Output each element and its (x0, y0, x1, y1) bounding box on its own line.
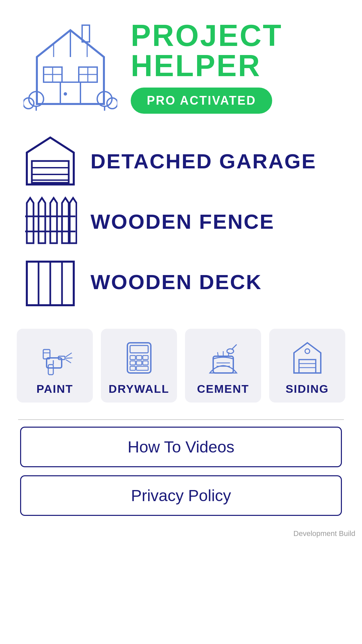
svg-rect-63 (299, 360, 316, 373)
svg-rect-52 (130, 366, 135, 370)
house-icon (23, 20, 117, 114)
drywall-label: DRYWALL (109, 382, 169, 395)
svg-rect-45 (130, 345, 148, 353)
cement-icon (205, 339, 242, 376)
svg-marker-24 (27, 198, 34, 243)
bottom-buttons: How To Videos Privacy Policy (0, 427, 362, 529)
calc-tile-drywall[interactable]: DRYWALL (101, 329, 177, 402)
header: PROJECT HELPER PRO ACTIVATED (0, 0, 362, 127)
svg-line-60 (232, 344, 237, 350)
svg-line-38 (66, 358, 72, 358)
garage-icon (23, 134, 77, 188)
project-list: DETACHED GARAGE WOODEN FENCE (0, 127, 362, 315)
paint-label: PAINT (37, 382, 73, 395)
privacy-policy-button[interactable]: Privacy Policy (20, 475, 342, 516)
drywall-icon (121, 339, 158, 376)
svg-line-39 (66, 360, 71, 363)
dev-build-label: Development Build (293, 529, 362, 538)
paint-icon (37, 339, 73, 376)
garage-label: DETACHED GARAGE (90, 149, 316, 173)
siding-icon (289, 339, 326, 376)
deck-label: WOODEN DECK (90, 270, 262, 294)
svg-marker-28 (70, 198, 76, 243)
divider (18, 419, 344, 420)
svg-rect-53 (136, 366, 148, 370)
calc-tiles: PAINT DRYWALL (0, 315, 362, 409)
svg-marker-26 (50, 198, 57, 243)
svg-point-6 (64, 92, 67, 96)
project-item-fence[interactable]: WOODEN FENCE (23, 195, 339, 248)
svg-point-61 (227, 349, 234, 354)
cement-label: CEMENT (197, 382, 249, 395)
svg-marker-25 (39, 198, 45, 243)
svg-rect-44 (127, 343, 151, 373)
project-item-garage[interactable]: DETACHED GARAGE (23, 134, 339, 188)
svg-rect-49 (130, 361, 135, 365)
siding-label: SIDING (286, 382, 329, 395)
calc-tile-siding[interactable]: SIDING (269, 329, 345, 402)
fence-icon (23, 195, 77, 248)
app-title: PROJECT HELPER (131, 20, 339, 81)
svg-marker-62 (294, 343, 321, 373)
project-item-deck[interactable]: WOODEN DECK (23, 255, 339, 309)
svg-point-66 (305, 349, 310, 354)
fence-label: WOODEN FENCE (90, 210, 275, 233)
svg-rect-5 (60, 82, 80, 104)
svg-rect-47 (136, 356, 142, 360)
pro-badge: PRO ACTIVATED (131, 88, 272, 114)
svg-line-37 (66, 353, 72, 357)
how-to-videos-button[interactable]: How To Videos (20, 427, 342, 467)
svg-rect-46 (130, 356, 135, 360)
header-right: PROJECT HELPER PRO ACTIVATED (131, 20, 339, 114)
svg-rect-40 (48, 365, 53, 375)
calc-tile-paint[interactable]: PAINT (17, 329, 93, 402)
deck-icon (23, 255, 77, 309)
svg-rect-48 (143, 356, 148, 360)
calc-tile-cement[interactable]: CEMENT (185, 329, 261, 402)
svg-marker-27 (62, 198, 69, 243)
svg-rect-51 (143, 361, 148, 365)
svg-rect-50 (136, 361, 142, 365)
svg-rect-54 (213, 356, 233, 373)
